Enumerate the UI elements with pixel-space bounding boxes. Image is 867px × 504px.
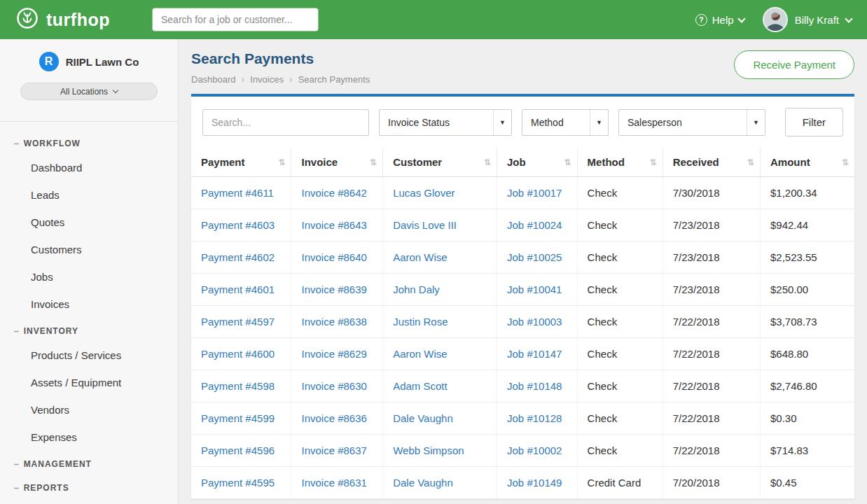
sort-icon[interactable]: ⇅ xyxy=(370,158,377,167)
job-link[interactable]: Job #10149 xyxy=(507,477,562,489)
filter-bar: Invoice Status ▼ Method ▼ Salesperson ▼ … xyxy=(191,97,854,148)
payment-cell: Payment #4602 xyxy=(191,241,291,274)
sort-icon[interactable]: ⇅ xyxy=(650,158,657,167)
column-header-payment[interactable]: Payment⇅ xyxy=(191,148,291,177)
job-cell: Job #10148 xyxy=(497,370,578,402)
customer-link[interactable]: Adam Scott xyxy=(393,380,448,392)
job-link[interactable]: Job #10003 xyxy=(507,316,562,328)
table-row: Payment #4600Invoice #8629Aaron WiseJob … xyxy=(191,338,854,370)
invoice-cell: Invoice #8639 xyxy=(291,274,383,306)
sidebar-section-inventory: ┄INVENTORY xyxy=(0,318,178,342)
job-link[interactable]: Job #10025 xyxy=(507,251,562,263)
payment-link[interactable]: Payment #4601 xyxy=(201,284,275,295)
table-row: Payment #4596Invoice #8637Webb SimpsonJo… xyxy=(191,435,854,467)
payment-cell: Payment #4601 xyxy=(191,274,291,306)
payment-link[interactable]: Payment #4598 xyxy=(201,380,275,392)
customer-link[interactable]: Justin Rose xyxy=(393,316,448,328)
sort-icon[interactable]: ⇅ xyxy=(564,158,571,167)
sort-icon[interactable]: ⇅ xyxy=(842,158,849,167)
help-menu[interactable]: ? Help xyxy=(695,14,744,26)
sidebar-item-expenses[interactable]: Expenses xyxy=(0,424,178,451)
sidebar-item-assets-equipment[interactable]: Assets / Equipment xyxy=(0,369,178,396)
breadcrumb-invoices[interactable]: Invoices xyxy=(250,74,284,85)
column-header-amount[interactable]: Amount⇅ xyxy=(760,148,854,177)
salesperson-select[interactable]: Salesperson ▼ xyxy=(618,109,765,136)
method-select[interactable]: Method ▼ xyxy=(522,109,609,136)
column-header-customer[interactable]: Customer⇅ xyxy=(383,148,497,177)
location-selector[interactable]: All Locations xyxy=(20,83,158,100)
payment-link[interactable]: Payment #4599 xyxy=(201,412,275,424)
job-link[interactable]: Job #10041 xyxy=(507,284,562,295)
column-header-received[interactable]: Received⇅ xyxy=(663,148,760,177)
customer-link[interactable]: Lucas Glover xyxy=(393,187,455,199)
breadcrumb-dashboard[interactable]: Dashboard xyxy=(191,74,236,85)
payment-cell: Payment #4598 xyxy=(191,370,291,402)
payment-link[interactable]: Payment #4602 xyxy=(201,251,275,263)
help-label: Help xyxy=(712,14,734,26)
sidebar-item-customers[interactable]: Customers xyxy=(0,236,178,263)
invoice-link[interactable]: Invoice #8638 xyxy=(301,316,366,328)
sidebar-item-dashboard[interactable]: Dashboard xyxy=(0,154,178,181)
sidebar-item-products-services[interactable]: Products / Services xyxy=(0,342,178,369)
amount-cell: $2,746.80 xyxy=(760,370,854,402)
sort-icon[interactable]: ⇅ xyxy=(278,158,285,167)
invoice-link[interactable]: Invoice #8630 xyxy=(301,380,366,392)
job-link[interactable]: Job #10148 xyxy=(507,380,562,392)
column-header-job[interactable]: Job⇅ xyxy=(497,148,578,177)
user-menu[interactable]: Billy Kraft xyxy=(763,7,852,32)
sidebar-item-invoices[interactable]: Invoices xyxy=(0,290,178,318)
sidebar-item-leads[interactable]: Leads xyxy=(0,181,178,209)
job-link[interactable]: Job #10147 xyxy=(507,348,562,360)
invoice-link[interactable]: Invoice #8637 xyxy=(301,444,366,456)
invoice-link[interactable]: Invoice #8642 xyxy=(301,187,366,199)
invoice-link[interactable]: Invoice #8629 xyxy=(301,348,366,360)
payment-link[interactable]: Payment #4597 xyxy=(201,316,275,328)
chevron-down-icon xyxy=(845,15,852,22)
method-cell: Check xyxy=(577,338,663,370)
customer-link[interactable]: Aaron Wise xyxy=(393,348,448,360)
payment-link[interactable]: Payment #4596 xyxy=(201,444,275,456)
invoice-link[interactable]: Invoice #8640 xyxy=(301,251,366,263)
app-logo[interactable]: turfhop xyxy=(15,6,110,33)
table-search-input[interactable] xyxy=(202,109,369,136)
invoice-link[interactable]: Invoice #8639 xyxy=(301,284,366,295)
payment-link[interactable]: Payment #4603 xyxy=(201,219,275,231)
invoice-link[interactable]: Invoice #8643 xyxy=(301,219,366,231)
customer-cell: Lucas Glover xyxy=(383,177,497,209)
column-header-invoice[interactable]: Invoice⇅ xyxy=(291,148,383,177)
payment-link[interactable]: Payment #4595 xyxy=(201,477,275,489)
table-row: Payment #4602Invoice #8640Aaron WiseJob … xyxy=(191,241,854,274)
customer-link[interactable]: Dale Vaughn xyxy=(393,412,453,424)
column-header-method[interactable]: Method⇅ xyxy=(577,148,663,177)
job-link[interactable]: Job #10002 xyxy=(507,444,562,456)
invoice-cell: Invoice #8643 xyxy=(291,209,383,241)
received-cell: 7/22/2018 xyxy=(663,402,760,435)
invoice-link[interactable]: Invoice #8631 xyxy=(301,477,366,489)
sort-icon[interactable]: ⇅ xyxy=(747,158,754,167)
customer-link[interactable]: Aaron Wise xyxy=(393,251,448,263)
payment-link[interactable]: Payment #4600 xyxy=(201,348,275,360)
payments-card: Invoice Status ▼ Method ▼ Salesperson ▼ … xyxy=(191,94,854,499)
job-link[interactable]: Job #10128 xyxy=(507,412,562,424)
top-header-bar: turfhop ? Help Billy Kraft xyxy=(0,0,867,39)
sidebar-item-jobs[interactable]: Jobs xyxy=(0,263,178,290)
customer-link[interactable]: John Daly xyxy=(393,284,440,295)
global-search-input[interactable] xyxy=(152,8,319,31)
receive-payment-button[interactable]: Receive Payment xyxy=(734,50,854,79)
invoice-status-select[interactable]: Invoice Status ▼ xyxy=(379,109,512,136)
amount-cell: $3,708.73 xyxy=(760,306,854,338)
customer-link[interactable]: Webb Simpson xyxy=(393,444,464,456)
dashes-icon: ┄ xyxy=(14,327,18,336)
payment-cell: Payment #4611 xyxy=(191,177,291,209)
sidebar-item-vendors[interactable]: Vendors xyxy=(0,396,178,424)
job-link[interactable]: Job #10017 xyxy=(507,187,562,199)
customer-link[interactable]: Dale Vaughn xyxy=(393,477,453,489)
invoice-link[interactable]: Invoice #8636 xyxy=(301,412,366,424)
sort-icon[interactable]: ⇅ xyxy=(484,158,491,167)
payment-cell: Payment #4600 xyxy=(191,338,291,370)
sidebar-item-quotes[interactable]: Quotes xyxy=(0,209,178,236)
job-link[interactable]: Job #10024 xyxy=(507,219,562,231)
filter-button[interactable]: Filter xyxy=(785,108,843,136)
customer-link[interactable]: Davis Love III xyxy=(393,219,457,231)
payment-link[interactable]: Payment #4611 xyxy=(201,187,274,199)
